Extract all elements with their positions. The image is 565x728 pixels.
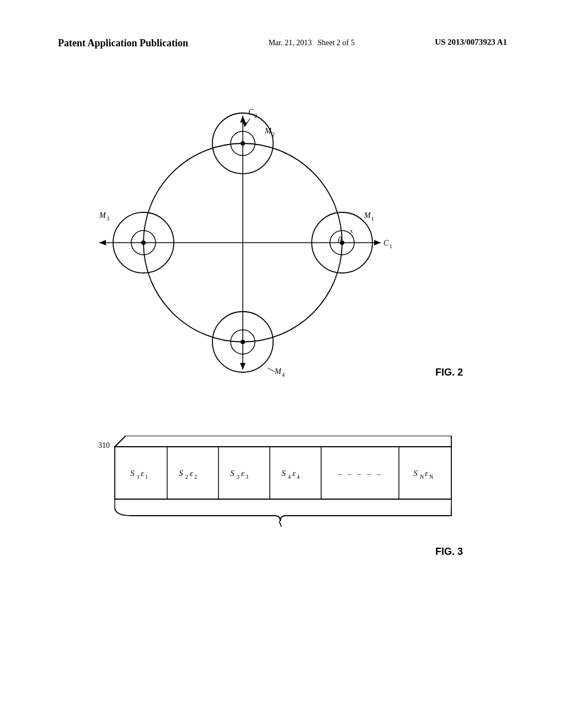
svg-text:ε: ε: [241, 469, 244, 478]
sheet-number: Sheet 2 of 5: [317, 39, 354, 47]
svg-point-9: [241, 141, 245, 146]
svg-text:2: 2: [185, 474, 188, 480]
svg-point-18: [241, 340, 245, 344]
svg-text:2: 2: [194, 474, 197, 480]
svg-line-35: [268, 368, 275, 372]
svg-text:4: 4: [288, 474, 291, 480]
svg-text:– – – – –: – – – – –: [337, 469, 383, 478]
svg-text:1: 1: [137, 474, 140, 480]
fig3-diagram: S 1 ε 1 S 2 ε 2 S 3 ε 3 S 4 ε 4 – – – – …: [98, 436, 462, 557]
svg-text:C: C: [383, 239, 389, 247]
svg-text:ε: ε: [190, 469, 193, 478]
svg-marker-6: [240, 363, 246, 370]
svg-text:3: 3: [246, 474, 248, 480]
svg-text:2: 2: [254, 113, 257, 119]
page-header: Patent Application Publication Mar. 21, …: [0, 37, 565, 50]
svg-marker-2: [99, 240, 106, 245]
publication-date: Mar. 21, 2013: [268, 39, 312, 47]
svg-text:M: M: [274, 367, 282, 376]
svg-marker-3: [374, 240, 381, 245]
publication-label: Patent Application Publication: [58, 37, 188, 50]
svg-text:M: M: [364, 211, 371, 220]
svg-text:2: 2: [272, 131, 275, 137]
svg-text:S: S: [281, 469, 286, 478]
sheet-info: Mar. 21, 2013 Sheet 2 of 5: [268, 37, 354, 49]
svg-text:3: 3: [106, 216, 109, 222]
svg-text:N: N: [420, 474, 424, 480]
svg-text:ε: ε: [141, 469, 144, 478]
svg-text:N: N: [429, 474, 433, 480]
svg-text:3: 3: [237, 474, 239, 480]
svg-text:M: M: [264, 127, 272, 135]
svg-text:1: 1: [145, 474, 148, 480]
svg-text:S: S: [130, 469, 135, 478]
fig2-diagram: ρ x C 2 M 2 C 1 M 1 M 3 M 4: [72, 99, 414, 386]
svg-line-38: [115, 436, 126, 447]
svg-text:S: S: [179, 469, 183, 478]
svg-text:ρ: ρ: [338, 234, 342, 242]
svg-text:M: M: [99, 211, 106, 220]
svg-text:1: 1: [371, 216, 374, 222]
svg-text:S: S: [230, 469, 234, 478]
svg-point-15: [141, 240, 146, 245]
svg-text:ε: ε: [292, 469, 296, 478]
svg-text:C: C: [248, 108, 254, 116]
svg-text:S: S: [413, 469, 418, 478]
fig3-caption: FIG. 3: [435, 546, 463, 558]
svg-text:4: 4: [297, 474, 300, 480]
fig2-caption: FIG. 2: [435, 367, 463, 378]
svg-text:x: x: [350, 227, 353, 234]
patent-number: US 2013/0073923 A1: [435, 37, 507, 48]
svg-text:ε: ε: [425, 469, 428, 478]
svg-text:4: 4: [282, 372, 285, 378]
svg-text:1: 1: [390, 243, 392, 249]
svg-marker-5: [240, 116, 246, 122]
svg-marker-37: [115, 436, 451, 447]
